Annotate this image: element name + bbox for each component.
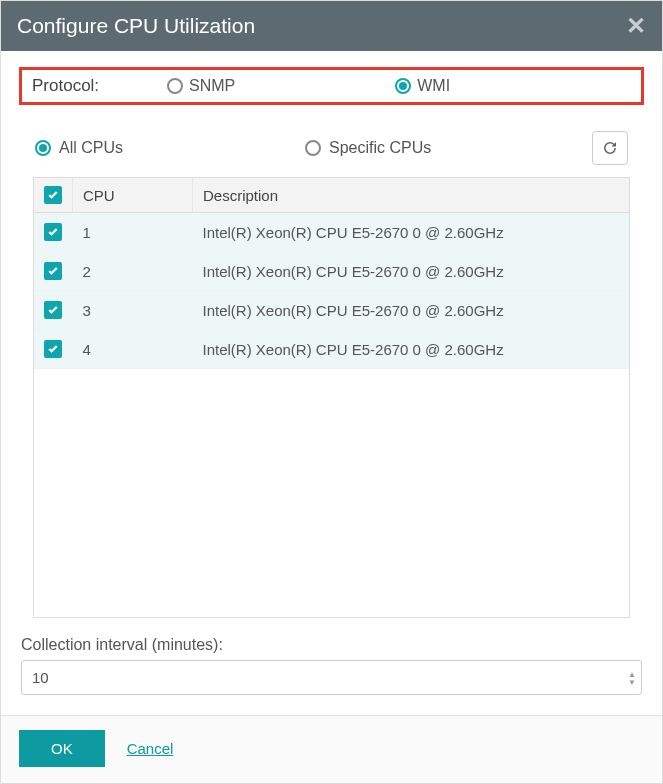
cancel-link[interactable]: Cancel: [127, 740, 174, 757]
radio-checked-icon: [35, 140, 51, 156]
interval-label: Collection interval (minutes):: [21, 636, 642, 654]
table-row[interactable]: 2Intel(R) Xeon(R) CPU E5-2670 0 @ 2.60GH…: [34, 252, 629, 291]
row-cpu: 3: [73, 291, 193, 330]
row-description: Intel(R) Xeon(R) CPU E5-2670 0 @ 2.60GHz: [193, 330, 630, 369]
row-description: Intel(R) Xeon(R) CPU E5-2670 0 @ 2.60GHz: [193, 291, 630, 330]
radio-unchecked-icon: [305, 140, 321, 156]
protocol-snmp-radio[interactable]: SNMP: [167, 77, 235, 95]
radio-checked-icon: [395, 78, 411, 94]
row-checkbox-cell: [34, 330, 73, 369]
interval-spinner[interactable]: ▲ ▼: [628, 670, 636, 685]
refresh-button[interactable]: [592, 131, 628, 165]
cpu-mode-specific-label: Specific CPUs: [329, 139, 431, 157]
protocol-wmi-radio[interactable]: WMI: [395, 77, 450, 95]
cpu-mode-specific-radio[interactable]: Specific CPUs: [305, 139, 552, 157]
table-row[interactable]: 1Intel(R) Xeon(R) CPU E5-2670 0 @ 2.60GH…: [34, 213, 629, 252]
dialog: Configure CPU Utilization ✕ Protocol: SN…: [0, 0, 663, 784]
table-row[interactable]: 3Intel(R) Xeon(R) CPU E5-2670 0 @ 2.60GH…: [34, 291, 629, 330]
titlebar: Configure CPU Utilization ✕: [1, 1, 662, 51]
protocol-wmi-label: WMI: [417, 77, 450, 95]
header-cpu: CPU: [73, 178, 193, 213]
row-description: Intel(R) Xeon(R) CPU E5-2670 0 @ 2.60GHz: [193, 213, 630, 252]
protocol-radio-group: SNMP WMI: [167, 77, 450, 95]
interval-input[interactable]: [21, 660, 642, 695]
row-cpu: 1: [73, 213, 193, 252]
ok-button[interactable]: OK: [19, 730, 105, 767]
content: Protocol: SNMP WMI All CPUs Specific CPU…: [1, 51, 662, 715]
radio-unchecked-icon: [167, 78, 183, 94]
row-description: Intel(R) Xeon(R) CPU E5-2670 0 @ 2.60GHz: [193, 252, 630, 291]
row-checkbox-cell: [34, 291, 73, 330]
cpu-mode-row: All CPUs Specific CPUs: [19, 131, 644, 177]
interval-input-wrap: ▲ ▼: [21, 660, 642, 695]
row-checkbox[interactable]: [44, 262, 62, 280]
row-checkbox-cell: [34, 213, 73, 252]
cpu-table: CPU Description 1Intel(R) Xeon(R) CPU E5…: [33, 177, 630, 618]
spinner-up-icon[interactable]: ▲: [628, 670, 636, 677]
header-description: Description: [193, 178, 630, 213]
table-empty-area: [34, 369, 629, 617]
row-checkbox[interactable]: [44, 223, 62, 241]
table-row[interactable]: 4Intel(R) Xeon(R) CPU E5-2670 0 @ 2.60GH…: [34, 330, 629, 369]
interval-block: Collection interval (minutes): ▲ ▼: [21, 636, 642, 695]
protocol-snmp-label: SNMP: [189, 77, 235, 95]
close-icon[interactable]: ✕: [626, 12, 646, 40]
dialog-title: Configure CPU Utilization: [17, 14, 255, 38]
protocol-row: Protocol: SNMP WMI: [19, 67, 644, 105]
select-all-checkbox[interactable]: [44, 186, 62, 204]
protocol-label: Protocol:: [32, 76, 107, 96]
header-checkbox-cell: [34, 178, 73, 213]
cpu-mode-all-radio[interactable]: All CPUs: [35, 139, 265, 157]
row-checkbox[interactable]: [44, 301, 62, 319]
cpu-mode-all-label: All CPUs: [59, 139, 123, 157]
row-checkbox[interactable]: [44, 340, 62, 358]
refresh-icon: [601, 139, 619, 157]
row-cpu: 4: [73, 330, 193, 369]
table-header-row: CPU Description: [34, 178, 629, 213]
footer: OK Cancel: [1, 715, 662, 783]
row-cpu: 2: [73, 252, 193, 291]
row-checkbox-cell: [34, 252, 73, 291]
spinner-down-icon[interactable]: ▼: [628, 678, 636, 685]
